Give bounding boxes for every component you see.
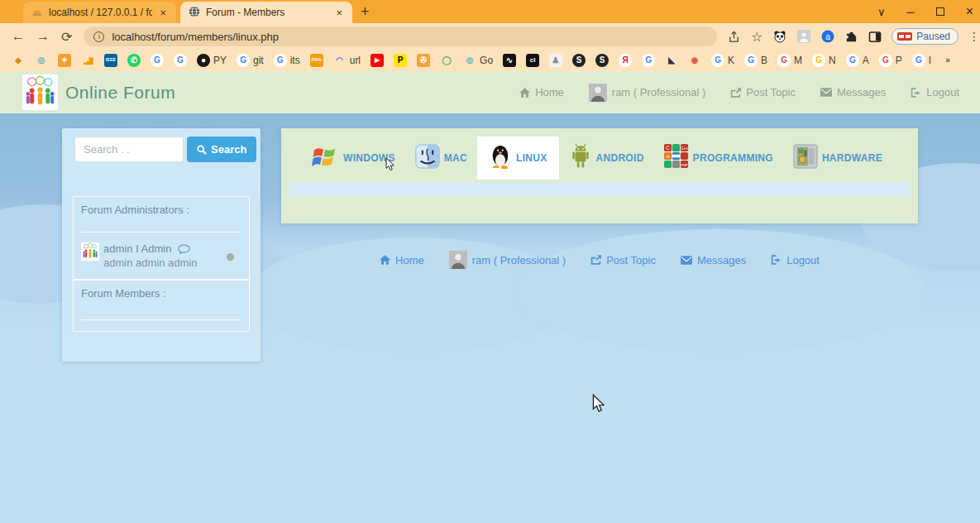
search-input[interactable] — [74, 137, 184, 162]
browser-menu-icon[interactable]: ⋮ — [968, 30, 980, 43]
share-icon[interactable] — [728, 31, 740, 43]
bookmark-item[interactable]: ◣ — [660, 52, 683, 69]
bookmark-item[interactable]: » — [936, 52, 959, 69]
category-tab-hardware[interactable]: HARDWARE — [783, 138, 892, 178]
bookmark-item[interactable]: GB — [739, 52, 772, 69]
window-close-button[interactable]: × — [966, 4, 973, 19]
nav-item-ram-professional[interactable]: ram ( Professional ) — [589, 84, 705, 102]
nav-item-home[interactable]: Home — [380, 254, 424, 266]
browser-tab-phpmyadmin[interactable]: localhost / 127.0.0.1 / forum / m × — [23, 2, 176, 23]
bookmark-item[interactable]: ●PY — [192, 52, 232, 69]
bookmark-favicon: ▂▄█ — [81, 54, 94, 67]
bookmark-item[interactable]: IEEE — [99, 52, 122, 69]
bookmark-item[interactable]: ◉ — [683, 52, 706, 69]
bookmark-item[interactable]: GK — [706, 52, 739, 69]
category-tab-mac[interactable]: MAC — [405, 138, 477, 178]
bookmark-item[interactable]: cl — [521, 52, 544, 69]
bookmark-favicon: ∿ — [503, 54, 516, 67]
bookmark-item[interactable]: G — [169, 52, 192, 69]
category-tab-windows[interactable]: WINDOWS — [301, 138, 405, 178]
bookmark-item[interactable]: ♟ — [544, 52, 567, 69]
bookmark-favicon: S — [572, 54, 586, 67]
nav-item-messages[interactable]: Messages — [681, 254, 746, 266]
bookmark-item[interactable]: G — [146, 52, 169, 69]
new-tab-button[interactable]: + — [361, 3, 370, 21]
bookmark-item[interactable]: GM — [772, 52, 807, 69]
bookmark-item[interactable]: ◯ — [435, 52, 458, 69]
bookmark-item[interactable]: ✦ — [53, 52, 76, 69]
admin-list-item[interactable]: admin I Admin admin admin admin — [81, 242, 197, 270]
tab-close-icon[interactable]: × — [158, 7, 168, 19]
bookmark-favicon: G — [151, 54, 164, 67]
bookmark-item[interactable]: ▶ — [366, 52, 389, 69]
browser-tab-forum-members[interactable]: Forum - Members × — [180, 2, 352, 23]
bookmark-item[interactable]: ∿ — [498, 52, 521, 69]
url-text[interactable]: localhost/forum/members/linux.php — [112, 31, 279, 43]
nav-item-post-topic[interactable]: Post Topic — [730, 86, 796, 98]
nav-item-ram-professional[interactable]: ram ( Professional ) — [449, 251, 566, 269]
video-downloader-icon — [897, 32, 912, 41]
bookmark-item[interactable]: ◎Go — [458, 52, 498, 69]
side-panel-icon[interactable] — [868, 31, 882, 43]
nav-item-messages[interactable]: Messages — [820, 86, 886, 98]
bookmark-item[interactable]: S — [567, 52, 590, 69]
bookmark-item[interactable]: ✇ — [412, 52, 435, 69]
tab-search-chevron-icon[interactable]: ∨ — [877, 6, 886, 18]
category-tab-programming[interactable]: CC++/sPHPPROGRAMMING — [654, 138, 783, 178]
bookmark-item[interactable]: ✆ — [122, 52, 146, 69]
bookmark-item[interactable]: Я — [614, 52, 637, 69]
bookmark-item[interactable]: GA — [841, 52, 874, 69]
nav-item-post-topic[interactable]: Post Topic — [590, 254, 656, 266]
bookmark-item[interactable]: ◎ — [30, 52, 53, 69]
category-tab-linux[interactable]: LINUX — [477, 137, 559, 180]
bookmark-item[interactable]: Gits — [269, 52, 305, 69]
category-tab-android[interactable]: ANDROID — [559, 137, 654, 179]
bookmark-item[interactable]: Ggit — [232, 52, 269, 69]
bookmark-favicon: G — [274, 54, 287, 67]
bookmark-item[interactable]: ▂▄█ — [76, 52, 99, 69]
bookmark-item[interactable]: GP — [874, 52, 907, 69]
panda-extension-icon[interactable] — [773, 30, 786, 43]
bookmark-item[interactable]: GI — [907, 52, 936, 69]
reload-button[interactable]: ⟳ — [61, 29, 72, 45]
back-button[interactable]: ← — [12, 29, 25, 44]
chat-bubble-icon[interactable] — [178, 244, 190, 254]
address-bar[interactable]: i localhost/forum/members/linux.php — [84, 26, 717, 46]
bookmark-favicon: G — [174, 54, 187, 67]
bookmark-item[interactable]: GN — [807, 52, 841, 69]
bookmark-favicon: P — [394, 54, 407, 67]
forum-title: Online Forum — [65, 83, 175, 103]
nav-item-logout[interactable]: Logout — [911, 86, 959, 98]
person-extension-icon[interactable] — [797, 30, 810, 43]
nav-label: Messages — [697, 254, 746, 266]
bookmark-favicon: ♟ — [549, 54, 562, 67]
site-info-icon[interactable]: i — [93, 31, 104, 42]
search-row: Search — [74, 137, 256, 162]
bookmark-item[interactable]: PMA — [305, 52, 328, 69]
nav-item-home[interactable]: Home — [519, 86, 564, 98]
bookmark-item[interactable]: S — [590, 52, 614, 69]
bookmark-item[interactable]: P — [389, 52, 412, 69]
nav-label: Messages — [837, 86, 886, 98]
paused-extension-badge[interactable]: Paused — [892, 28, 958, 45]
a-extension-icon[interactable]: a — [821, 30, 834, 43]
bookmark-star-icon[interactable]: ☆ — [751, 29, 762, 45]
bookmark-favicon: ✦ — [58, 54, 71, 67]
screen: localhost / 127.0.0.1 / forum / m × Foru… — [0, 0, 980, 523]
forward-button[interactable]: → — [36, 29, 50, 44]
nav-label: ram ( Professional ) — [472, 254, 566, 266]
window-minimize-button[interactable]: ─ — [906, 6, 914, 18]
search-button[interactable]: Search — [187, 137, 256, 162]
window-controls: ∨ ─ × — [877, 0, 973, 23]
tab-close-icon[interactable]: × — [334, 7, 344, 19]
linux-icon — [489, 143, 512, 173]
extensions-puzzle-icon[interactable] — [845, 31, 858, 43]
bookmark-item[interactable]: G — [637, 52, 660, 69]
window-maximize-button[interactable] — [936, 7, 944, 16]
nav-label: ram ( Professional ) — [612, 86, 705, 98]
user-avatar — [449, 251, 467, 269]
bookmark-item[interactable]: ◠url — [328, 52, 366, 69]
tab-title: Forum - Members — [206, 7, 328, 18]
nav-item-logout[interactable]: Logout — [771, 254, 820, 266]
bookmark-item[interactable]: ◆ — [7, 52, 30, 69]
